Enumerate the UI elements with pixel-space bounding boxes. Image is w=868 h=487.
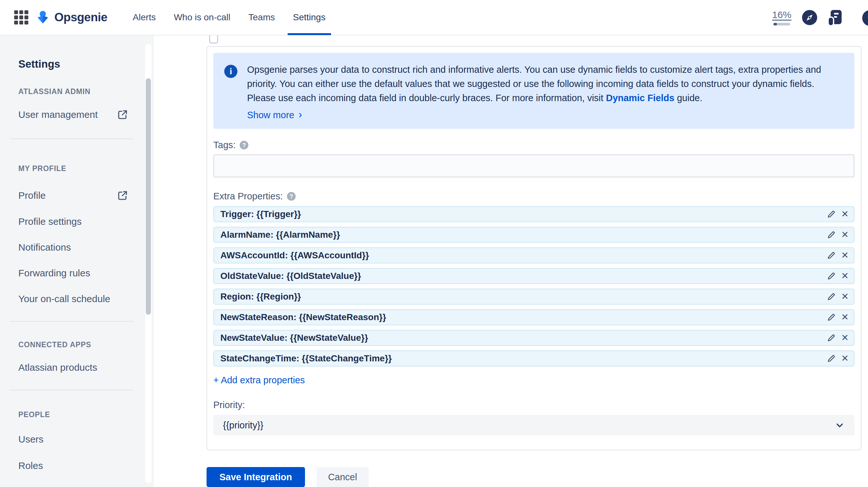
checkbox-partially-scrolled[interactable] — [209, 35, 218, 44]
opsgenie-logo-icon — [35, 10, 50, 25]
extra-property-value: AWSAccountId: {{AWSAccountId}} — [220, 250, 369, 261]
primary-nav: Alerts Who is on-call Teams Settings — [127, 0, 338, 35]
delete-icon[interactable]: ✕ — [841, 271, 849, 281]
integration-form-card: i Opsgenie parses your data to construct… — [207, 46, 862, 450]
add-extra-properties-link[interactable]: + Add extra properties — [213, 375, 305, 385]
cancel-button[interactable]: Cancel — [317, 467, 369, 487]
edit-icon[interactable] — [827, 230, 836, 240]
usage-progressbar — [773, 23, 790, 25]
sidebar-heading: Settings — [18, 58, 128, 70]
external-link-icon — [117, 109, 128, 120]
extra-property-row: StateChangeTime: {{StateChangeTime}} ✕ — [213, 350, 855, 367]
extra-property-row: Trigger: {{Trigger}} ✕ — [213, 206, 855, 222]
delete-icon[interactable]: ✕ — [841, 210, 849, 219]
sidebar-item-profile-settings[interactable]: Profile settings — [18, 216, 128, 227]
extra-property-value: Region: {{Region}} — [220, 291, 301, 302]
banner-text-before-link: Opsgenie parses your data to construct r… — [247, 64, 821, 103]
settings-sidebar: Settings ATLASSIAN ADMIN User management… — [0, 35, 153, 487]
edit-icon[interactable] — [827, 312, 836, 322]
integration-settings-content: i Opsgenie parses your data to construct… — [154, 35, 868, 487]
usage-indicator[interactable]: 16% — [773, 9, 790, 25]
extra-properties-label: Extra Properties: — [213, 191, 283, 202]
edit-icon[interactable] — [827, 354, 836, 363]
extra-property-row: AWSAccountId: {{AWSAccountId}} ✕ — [213, 247, 855, 263]
sidebar-item-label: Forwarding rules — [18, 268, 90, 279]
app-switcher-icon[interactable] — [14, 10, 28, 25]
sidebar-item-label: Your on-call schedule — [18, 293, 110, 304]
extra-property-value: AlarmName: {{AlarmName}} — [220, 230, 340, 240]
edit-icon[interactable] — [827, 251, 836, 260]
sidebar-section-atlassian-admin: ATLASSIAN ADMIN — [18, 87, 128, 96]
edit-icon[interactable] — [827, 333, 836, 343]
priority-select[interactable]: {{priority}} — [213, 415, 855, 435]
sidebar-item-notifications[interactable]: Notifications — [18, 242, 128, 253]
sidebar-scrollbar-thumb[interactable] — [146, 78, 151, 315]
tags-input[interactable] — [213, 154, 855, 177]
delete-icon[interactable]: ✕ — [841, 354, 849, 363]
extra-property-value: StateChangeTime: {{StateChangeTime}} — [220, 353, 392, 364]
sidebar-item-users[interactable]: Users — [18, 434, 128, 445]
nav-alerts[interactable]: Alerts — [127, 0, 161, 35]
chevron-right-icon: › — [299, 109, 302, 119]
usage-percent-label: 16% — [772, 9, 792, 20]
delete-icon[interactable]: ✕ — [841, 313, 849, 322]
extra-property-value: OldStateValue: {{OldStateValue}} — [220, 271, 361, 281]
chevron-down-icon — [835, 420, 845, 430]
sidebar-item-label: Notifications — [18, 242, 71, 253]
sidebar-item-roles[interactable]: Roles — [18, 460, 128, 471]
extra-properties-help-icon[interactable]: ? — [287, 192, 296, 201]
compass-icon[interactable] — [802, 10, 817, 25]
extra-property-value: Trigger: {{Trigger}} — [220, 209, 301, 219]
nav-settings[interactable]: Settings — [288, 0, 331, 35]
external-link-icon — [117, 190, 128, 201]
sidebar-item-forwarding-rules[interactable]: Forwarding rules — [18, 268, 128, 279]
banner-text-after-link: guide. — [674, 93, 702, 103]
extra-property-row: NewStateValue: {{NewStateValue}} ✕ — [213, 330, 855, 346]
sidebar-divider — [10, 321, 133, 322]
info-banner-text: Opsgenie parses your data to construct r… — [247, 62, 842, 105]
form-actions: Save Integration Cancel — [207, 467, 868, 487]
sidebar-item-label: Profile settings — [18, 216, 82, 227]
edit-icon[interactable] — [827, 292, 836, 302]
dynamic-fields-link[interactable]: Dynamic Fields — [606, 93, 674, 103]
sidebar-section-people: PEOPLE — [18, 410, 128, 419]
extra-property-row: OldStateValue: {{OldStateValue}} ✕ — [213, 268, 855, 284]
sidebar-item-label: Users — [18, 434, 43, 445]
app-title: Opsgenie — [54, 11, 107, 24]
extra-property-row: AlarmName: {{AlarmName}} ✕ — [213, 227, 855, 243]
delete-icon[interactable]: ✕ — [841, 230, 849, 239]
sidebar-divider — [10, 390, 133, 390]
delete-icon[interactable]: ✕ — [841, 251, 849, 260]
info-banner: i Opsgenie parses your data to construct… — [213, 53, 855, 129]
show-more-link[interactable]: Show more › — [247, 110, 302, 120]
nav-who-is-on-call[interactable]: Who is on-call — [168, 0, 236, 35]
delete-icon[interactable]: ✕ — [841, 333, 849, 342]
extra-property-value: NewStateReason: {{NewStateReason}} — [220, 312, 386, 322]
release-notes-icon[interactable] — [829, 10, 842, 25]
nav-teams[interactable]: Teams — [243, 0, 280, 35]
save-integration-button[interactable]: Save Integration — [207, 467, 305, 487]
priority-label: Priority: — [213, 400, 855, 410]
sidebar-item-user-management[interactable]: User management — [18, 109, 128, 120]
sidebar-item-your-on-call-schedule[interactable]: Your on-call schedule — [18, 293, 128, 304]
top-navigation-bar: Opsgenie Alerts Who is on-call Teams Set… — [0, 0, 868, 35]
sidebar-item-label: Profile — [18, 190, 46, 201]
sidebar-section-connected-apps: CONNECTED APPS — [18, 340, 128, 349]
sidebar-divider — [10, 139, 133, 139]
edit-icon[interactable] — [827, 271, 836, 281]
extra-properties-list: Trigger: {{Trigger}} ✕ AlarmName: {{Alar… — [213, 206, 855, 367]
edit-icon[interactable] — [827, 209, 836, 219]
tags-help-icon[interactable]: ? — [240, 141, 248, 149]
extra-property-row: Region: {{Region}} ✕ — [213, 289, 855, 305]
header-right-controls: 16% — [773, 9, 868, 25]
sidebar-section-my-profile: MY PROFILE — [18, 164, 128, 173]
tags-label: Tags: — [213, 140, 236, 150]
sidebar-item-profile[interactable]: Profile — [18, 190, 128, 201]
opsgenie-logo[interactable]: Opsgenie — [35, 10, 107, 25]
sidebar-item-atlassian-products[interactable]: Atlassian products — [18, 362, 128, 373]
delete-icon[interactable]: ✕ — [841, 292, 849, 301]
show-more-label: Show more — [247, 110, 294, 120]
info-icon: i — [224, 65, 238, 78]
sidebar-item-label: Roles — [18, 460, 43, 471]
extra-property-row: NewStateReason: {{NewStateReason}} ✕ — [213, 309, 855, 325]
